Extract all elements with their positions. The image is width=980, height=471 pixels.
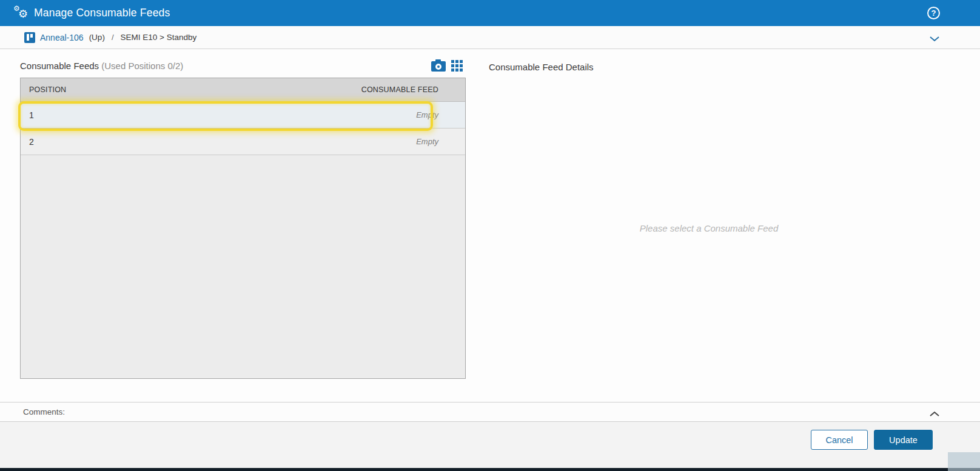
chevron-up-icon[interactable] [929, 409, 940, 420]
details-empty-message: Please select a Consumable Feed [479, 223, 939, 233]
details-panel-title: Consumable Feed Details [489, 62, 594, 72]
table-row-position-2[interactable]: 2 Empty [21, 129, 465, 155]
gears-icon: ⚙ ⚙ [13, 5, 32, 22]
equipment-state: (Up) [89, 33, 105, 42]
equipment-breadcrumb-bar: Anneal-106 (Up) / SEMI E10 > Standby [0, 26, 980, 49]
grid-view-icon[interactable] [451, 60, 463, 72]
table-row-position-1[interactable]: 1 Empty [21, 102, 465, 129]
used-positions-count: (Used Positions 0/2) [101, 61, 183, 71]
gear-big-glyph: ⚙ [18, 7, 28, 20]
dialog-title: Manage Consumable Feeds [34, 7, 170, 19]
equipment-location-path: SEMI E10 > Standby [121, 33, 197, 42]
table-header-row: POSITION CONSUMABLE FEED [21, 78, 465, 102]
breadcrumb-separator: / [112, 33, 114, 42]
column-header-consumable-feed[interactable]: CONSUMABLE FEED [361, 85, 438, 94]
feeds-title-text: Consumable Feeds [20, 61, 99, 71]
camera-icon[interactable] [431, 61, 446, 72]
update-button[interactable]: Update [874, 430, 933, 450]
equipment-name-link[interactable]: Anneal-106 [40, 33, 84, 42]
comments-label: Comments: [23, 407, 65, 416]
manage-consumable-feeds-dialog: ⚙ ⚙ Manage Consumable Feeds ? Anneal-106… [0, 0, 980, 471]
cancel-button[interactable]: Cancel [811, 430, 868, 450]
help-icon[interactable]: ? [927, 7, 940, 19]
feed-cell: Empty [416, 110, 438, 119]
title-bar: ⚙ ⚙ Manage Consumable Feeds ? [0, 0, 980, 26]
equipment-icon [24, 32, 35, 43]
window-bottom-edge [0, 468, 980, 471]
consumable-feeds-table: POSITION CONSUMABLE FEED 1 Empty 2 Empty [20, 78, 466, 379]
chevron-down-icon[interactable] [929, 34, 940, 45]
footer-bar: Cancel Update [0, 422, 980, 468]
position-cell: 1 [29, 110, 34, 120]
feed-cell: Empty [416, 137, 438, 146]
comments-bar: Comments: [0, 402, 980, 422]
feeds-panel-title: Consumable Feeds (Used Positions 0/2) [20, 61, 183, 71]
position-cell: 2 [29, 137, 34, 147]
column-header-position[interactable]: POSITION [29, 85, 66, 94]
